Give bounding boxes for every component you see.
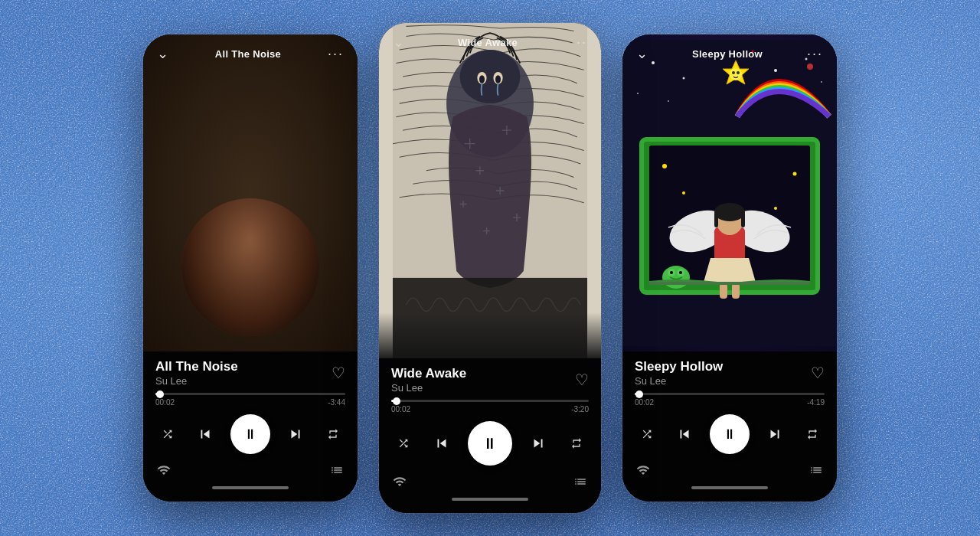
phone-1-controls: All The Noise Su Lee ♡ 00:02 -3:44 [143, 351, 358, 502]
svg-point-2 [460, 50, 521, 103]
svg-point-28 [662, 164, 667, 168]
phone-3-title: Sleepy Hollow [692, 48, 763, 60]
phone-1-extra-controls [155, 462, 345, 480]
svg-point-15 [637, 93, 639, 94]
svg-point-44 [670, 271, 673, 274]
phone-3-device-button[interactable] [635, 463, 652, 477]
phones-container: ⌄ All The Noise ··· All The Noise Su Lee… [143, 23, 837, 513]
phone-1-queue-button[interactable] [328, 463, 345, 477]
svg-point-23 [737, 71, 740, 74]
phone-1: ⌄ All The Noise ··· All The Noise Su Lee… [143, 34, 358, 502]
phone-2-header: ⌄ Wide Awake ··· [379, 23, 601, 57]
phone-2-prev-button[interactable] [430, 431, 454, 456]
phone-2-controls: Wide Awake Su Lee ♡ 00:02 -3:20 [379, 358, 601, 513]
svg-rect-37 [714, 212, 718, 227]
phone-2-progress[interactable]: 00:02 -3:20 [391, 400, 589, 413]
phone-1-home-indicator [212, 486, 289, 489]
svg-point-21 [730, 68, 742, 80]
svg-point-30 [682, 191, 685, 194]
phone-3-controls: Sleepy Hollow Su Lee ♡ 00:02 -4:19 [622, 351, 837, 502]
phone-2-track-title: Wide Awake [391, 366, 466, 381]
phone-3-extra-controls [635, 462, 825, 480]
phone-2-time-remaining: -3:20 [571, 405, 589, 413]
phone-3-time-elapsed: 00:02 [635, 398, 654, 407]
svg-rect-46 [649, 282, 810, 285]
phone-2-home-indicator [452, 498, 528, 501]
phone-2: ⌄ Wide Awake ··· Wide Awake Su Lee ♡ [379, 23, 601, 513]
phone-3-home-indicator [691, 486, 768, 489]
phone-3-track-title: Sleepy Hollow [635, 359, 723, 374]
phone-3-header: ⌄ Sleepy Hollow ··· [622, 34, 837, 68]
phone-1-header: ⌄ All The Noise ··· [143, 34, 358, 68]
phone-3-chevron-icon[interactable]: ⌄ [636, 45, 648, 62]
phone-2-track-artist: Su Lee [391, 382, 466, 394]
phone-1-track-artist: Su Lee [155, 375, 238, 387]
phone-2-chevron-icon[interactable]: ⌄ [393, 34, 404, 51]
svg-point-29 [793, 172, 797, 176]
svg-point-22 [732, 71, 735, 74]
phone-2-more-icon[interactable]: ··· [571, 34, 587, 51]
phone-3-track-artist: Su Lee [635, 375, 723, 387]
svg-point-12 [774, 69, 777, 72]
phone-2-time-elapsed: 00:02 [391, 405, 410, 413]
phone-3-shuffle-button[interactable] [635, 422, 659, 446]
phone-2-title: Wide Awake [458, 37, 518, 48]
phone-1-chevron-icon[interactable]: ⌄ [157, 45, 168, 62]
phone-1-title: All The Noise [215, 48, 281, 60]
phone-1-time-remaining: -3:44 [328, 398, 345, 407]
phone-2-queue-button[interactable] [572, 475, 589, 489]
svg-rect-39 [720, 283, 727, 299]
phone-2-play-pause-button[interactable]: ⏸ [468, 421, 512, 466]
phone-1-more-icon[interactable]: ··· [328, 46, 344, 62]
phone-1-track-title: All The Noise [155, 359, 238, 374]
phone-1-progress[interactable]: 00:02 -3:44 [155, 393, 345, 407]
phone-2-heart-button[interactable]: ♡ [575, 371, 589, 389]
phone-1-transport: ⏸ [155, 410, 345, 459]
svg-point-10 [683, 77, 685, 80]
phone-3-prev-button[interactable] [672, 422, 697, 446]
phone-3-next-button[interactable] [763, 422, 787, 446]
svg-point-6 [495, 75, 501, 83]
svg-point-36 [714, 203, 745, 221]
phone-2-device-button[interactable] [391, 475, 408, 489]
phone-2-shuffle-button[interactable] [391, 431, 416, 456]
phone-2-transport: ⏸ [391, 417, 589, 470]
phone-1-device-button[interactable] [155, 463, 172, 477]
phone-3-heart-button[interactable]: ♡ [811, 364, 825, 382]
svg-rect-38 [741, 212, 745, 227]
phone-3: ⌄ Sleepy Hollow ··· Sleepy Hollow Su Lee… [622, 34, 837, 502]
phone-3-artwork [622, 34, 837, 351]
svg-point-18 [668, 100, 669, 102]
phone-2-extra-controls [391, 473, 589, 492]
phone-2-album-art: ⌄ Wide Awake ··· [379, 23, 601, 358]
phone-1-heart-button[interactable]: ♡ [332, 364, 345, 382]
phone-3-progress[interactable]: 00:02 -4:19 [635, 393, 825, 407]
phone-3-play-pause-button[interactable]: ⏸ [710, 414, 750, 454]
phone-1-track-info: All The Noise Su Lee ♡ [155, 359, 345, 387]
svg-point-41 [662, 266, 690, 289]
phone-1-shuffle-button[interactable] [155, 422, 180, 446]
phone-3-transport: ⏸ [635, 410, 825, 459]
phone-3-more-icon[interactable]: ··· [807, 46, 823, 62]
svg-rect-40 [732, 283, 740, 299]
phone-3-repeat-button[interactable] [800, 422, 825, 446]
phone-3-time-remaining: -4:19 [807, 398, 825, 407]
svg-point-45 [679, 271, 682, 274]
phone-1-play-pause-button[interactable]: ⏸ [230, 414, 270, 454]
phone-2-repeat-button[interactable] [564, 431, 589, 456]
phone-1-repeat-button[interactable] [321, 422, 345, 446]
phone-1-prev-button[interactable] [193, 422, 217, 446]
svg-point-14 [821, 81, 822, 83]
phone-3-album-art: ⌄ Sleepy Hollow ··· [622, 34, 837, 351]
phone-1-artwork [181, 198, 319, 336]
phone-2-next-button[interactable] [526, 431, 550, 456]
phone-1-next-button[interactable] [283, 422, 308, 446]
phone-3-queue-button[interactable] [808, 463, 825, 477]
phone-2-artwork [379, 23, 601, 358]
svg-point-31 [774, 207, 777, 210]
phone-1-album-art: ⌄ All The Noise ··· [143, 34, 358, 351]
svg-point-5 [479, 75, 485, 83]
phone-1-time-elapsed: 00:02 [155, 398, 175, 407]
